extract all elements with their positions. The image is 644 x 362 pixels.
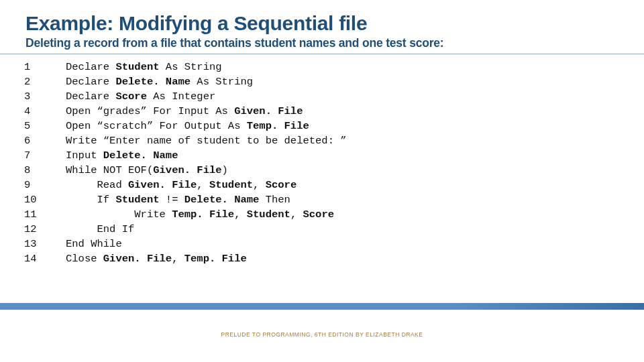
code-text: Declare Score As Integer — [66, 89, 215, 104]
code-line: 3Declare Score As Integer — [24, 89, 644, 104]
code-line: 1Declare Student As String — [24, 60, 644, 74]
line-number: 9 — [24, 178, 66, 192]
code-text: Input Delete. Name — [66, 148, 178, 163]
code-text: If Student != Delete. Name Then — [66, 192, 290, 207]
line-number: 8 — [24, 163, 66, 178]
line-number: 1 — [24, 60, 66, 74]
line-number: 10 — [24, 192, 66, 207]
footer-text: PRELUDE TO PROGRAMMING, 6TH EDITION BY E… — [0, 331, 644, 338]
bottom-bar — [0, 303, 644, 310]
line-number: 12 — [24, 222, 66, 237]
code-text: Close Given. File, Temp. File — [66, 251, 247, 266]
slide-subtitle: Deleting a record from a file that conta… — [0, 35, 644, 50]
code-line: 6Write “Enter name of student to be dele… — [24, 133, 644, 148]
line-number: 6 — [24, 133, 66, 148]
code-text: Open “grades” For Input As Given. File — [66, 104, 303, 119]
slide-title: Example: Modifying a Sequential file — [0, 0, 644, 35]
line-number: 5 — [24, 119, 66, 133]
code-block: 1Declare Student As String2Declare Delet… — [0, 50, 644, 266]
line-number: 3 — [24, 89, 66, 104]
divider — [0, 54, 644, 54]
code-text: Declare Delete. Name As String — [66, 74, 253, 89]
code-text: Open “scratch” For Output As Temp. File — [66, 119, 309, 133]
code-line: 14Close Given. File, Temp. File — [24, 251, 644, 266]
code-line: 4Open “grades” For Input As Given. File — [24, 104, 644, 119]
slide: Example: Modifying a Sequential file Del… — [0, 0, 644, 362]
code-text: While NOT EOF(Given. File) — [66, 163, 228, 178]
line-number: 2 — [24, 74, 66, 89]
code-text: End If — [66, 222, 134, 237]
code-line: 7Input Delete. Name — [24, 148, 644, 163]
line-number: 7 — [24, 148, 66, 163]
code-text: Read Given. File, Student, Score — [66, 178, 297, 192]
code-text: End While — [66, 237, 122, 251]
code-line: 11 Write Temp. File, Student, Score — [24, 207, 644, 222]
code-text: Declare Student As String — [66, 60, 222, 74]
code-line: 8While NOT EOF(Given. File) — [24, 163, 644, 178]
code-text: Write “Enter name of student to be delet… — [66, 133, 347, 148]
code-line: 5Open “scratch” For Output As Temp. File — [24, 119, 644, 133]
line-number: 14 — [24, 251, 66, 266]
line-number: 11 — [24, 207, 66, 222]
code-line: 13End While — [24, 237, 644, 251]
code-text: Write Temp. File, Student, Score — [66, 207, 334, 222]
code-line: 2Declare Delete. Name As String — [24, 74, 644, 89]
code-line: 10 If Student != Delete. Name Then — [24, 192, 644, 207]
line-number: 13 — [24, 237, 66, 251]
code-line: 12 End If — [24, 222, 644, 237]
code-line: 9 Read Given. File, Student, Score — [24, 178, 644, 192]
line-number: 4 — [24, 104, 66, 119]
